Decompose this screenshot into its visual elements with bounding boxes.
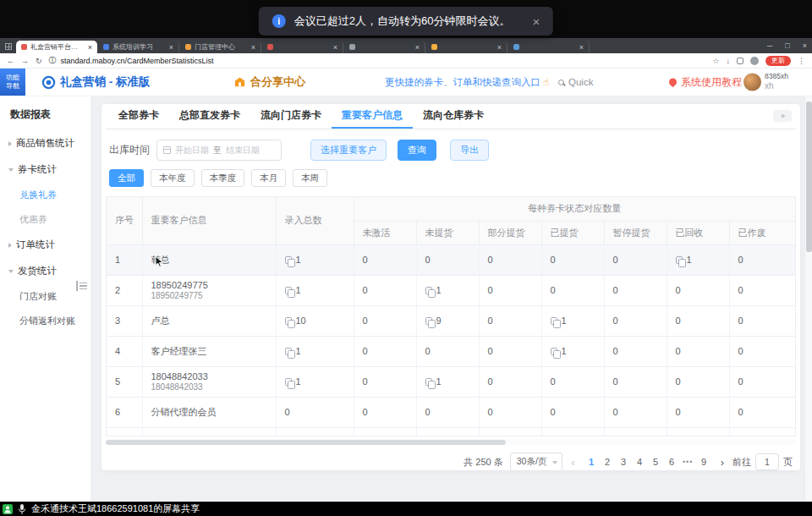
browser-tabbar: 礼盒营销平台管理中心×系统培训学习×门店管理中心××××× ─ □ ×	[0, 38, 812, 53]
toast-close-icon[interactable]: ×	[532, 14, 540, 29]
tutorial-link[interactable]: 系统使用教程	[669, 75, 742, 90]
tab-close-icon[interactable]: ×	[88, 43, 92, 52]
cell-status: 0	[479, 366, 541, 397]
sidebar-item[interactable]: 分销返利对账	[0, 309, 91, 333]
browser-tab[interactable]: 系统培训学习×	[98, 41, 179, 53]
mic-icon	[18, 503, 26, 515]
tab-grid-icon[interactable]	[5, 43, 12, 50]
bookmark-star-icon[interactable]: ☆	[712, 57, 719, 65]
quick-filter-button[interactable]: 本月	[251, 169, 286, 187]
browser-tab[interactable]: ×	[426, 41, 508, 53]
tab-close-icon[interactable]: ×	[251, 43, 255, 52]
refresh-icon[interactable]: ↻	[36, 57, 42, 65]
browser-profile-avatar[interactable]	[750, 57, 759, 65]
vertical-scrollbar[interactable]	[804, 96, 812, 502]
goto-page-input[interactable]	[755, 453, 779, 470]
tab-label: 门店管理中心	[195, 42, 248, 52]
browser-menu-icon[interactable]: ⋮	[798, 57, 805, 65]
browser-tab[interactable]: ×	[262, 41, 343, 53]
page-button[interactable]: 5	[648, 457, 664, 467]
horizontal-scrollbar[interactable]	[106, 439, 796, 445]
cell-customer: 1804884203318048842033	[142, 366, 276, 397]
address-bar-actions: ☆ ↓ 更新 ⋮	[712, 56, 805, 66]
close-icon[interactable]: ×	[803, 41, 807, 50]
tab-item[interactable]: 流向仓库券卡	[413, 104, 494, 129]
tab-close-icon[interactable]: ×	[333, 43, 337, 52]
prev-page-icon[interactable]: ‹	[569, 456, 576, 469]
table-row[interactable]: 1韩总10000010	[107, 244, 795, 275]
table-row[interactable]: 6分销代理的会员00000000	[107, 397, 795, 427]
back-icon[interactable]: ←	[7, 57, 14, 65]
vertical-scroll-thumb[interactable]	[806, 102, 812, 252]
browser-tab[interactable]: ×	[344, 41, 425, 53]
cell-status: 0	[667, 336, 729, 366]
quick-filter-button[interactable]: 本周	[293, 169, 327, 187]
table-row[interactable]: 3卢总100901000	[107, 305, 795, 336]
page-button[interactable]: 9	[696, 457, 712, 467]
browser-update-button[interactable]: 更新	[765, 56, 791, 66]
sidebar-item[interactable]: 优惠券	[0, 207, 91, 232]
tab-close-icon[interactable]: ×	[415, 43, 420, 52]
sidebar-item[interactable]: 订单统计	[0, 232, 91, 258]
page-button[interactable]: 1	[584, 457, 600, 467]
browser-nav: ← → ↻	[7, 57, 42, 65]
search-button[interactable]: 查询	[398, 140, 436, 161]
tab-item[interactable]: 重要客户信息	[332, 104, 413, 129]
extensions-icon[interactable]	[737, 58, 743, 64]
sidebar-item[interactable]: 兑换礼券	[0, 183, 91, 207]
browser-tab[interactable]: 礼盒营销平台管理中心×	[16, 41, 97, 53]
user-avatar[interactable]	[743, 74, 761, 91]
table-row[interactable]: 4客户经理张三10001000	[107, 336, 795, 366]
cell-status: 0	[604, 275, 667, 305]
cell-status: 0	[604, 427, 667, 436]
cell-status: 0	[479, 336, 541, 366]
minimize-icon[interactable]: ─	[767, 41, 772, 50]
sidebar-item[interactable]: 商品销售统计	[0, 130, 91, 156]
share-center-link[interactable]: 合分享中心	[233, 74, 305, 90]
page-button[interactable]: 4	[632, 457, 648, 467]
quick-filter-button[interactable]: 全部	[109, 169, 144, 187]
quick-filter-button[interactable]: 本年度	[151, 169, 195, 187]
cell-status: 0	[667, 366, 729, 397]
tab-close-icon[interactable]: ×	[579, 43, 584, 52]
tab-item[interactable]: 总部直发券卡	[169, 104, 250, 129]
cell-status: 0	[354, 397, 416, 427]
export-button[interactable]: 导出	[450, 140, 489, 161]
cell-status: 0	[541, 275, 604, 305]
table-row[interactable]: 2189502497751895024977510100000	[107, 275, 795, 305]
function-nav-toggle[interactable]: 功能 导航	[0, 69, 25, 96]
main-content: 全部券卡总部直发券卡流向门店券卡重要客户信息流向仓库券卡 » 出库时间 开始日期…	[91, 96, 812, 502]
sidebar-collapse-handle[interactable]	[76, 279, 87, 293]
maximize-icon[interactable]: □	[785, 41, 789, 50]
download-icon[interactable]: ↓	[727, 57, 731, 65]
table-row[interactable]: 7唐总2001801000	[107, 427, 795, 436]
horizontal-scroll-thumb[interactable]	[106, 440, 506, 445]
table-row[interactable]: 5180488420331804884203310100000	[107, 366, 795, 397]
tab-close-icon[interactable]: ×	[169, 43, 173, 52]
page-button[interactable]: 2	[600, 457, 616, 467]
quick-filter-button[interactable]: 本季度	[201, 169, 245, 187]
page-button[interactable]: 6	[664, 457, 680, 467]
date-range-picker[interactable]: 开始日期 至 结束日期	[156, 140, 282, 161]
select-customer-button[interactable]: 选择重要客户	[310, 140, 387, 161]
col-status: 部分提货	[479, 221, 541, 244]
panel-collapse-button[interactable]: »	[773, 110, 792, 122]
tab-item[interactable]: 全部券卡	[108, 104, 169, 129]
page-button[interactable]: 3	[616, 457, 632, 467]
cell-status: 0	[479, 244, 541, 275]
next-page-icon[interactable]: ›	[719, 456, 726, 469]
site-info-icon[interactable]: ⓘ	[49, 55, 57, 66]
forward-icon[interactable]: →	[21, 57, 29, 65]
browser-tab[interactable]: 门店管理中心×	[180, 41, 261, 53]
tab-item[interactable]: 流向门店券卡	[250, 104, 332, 129]
sidebar-item[interactable]: 券卡统计	[0, 156, 91, 183]
screen: i 会议已超过2人，自动转为60分钟限时会议。 × 礼盒营销平台管理中心×系统培…	[0, 0, 812, 516]
cell-status: 1	[541, 336, 604, 366]
quick-entry-promo[interactable]: 更快捷的券卡、订单和快递查询入口	[385, 76, 540, 89]
url-field[interactable]: ⓘ standard.maboy.cn/CardMemberStatistics…	[49, 55, 706, 66]
cell-status: 0	[667, 275, 729, 305]
page-size-select[interactable]: 30条/页	[510, 453, 563, 470]
tab-close-icon[interactable]: ×	[497, 43, 502, 52]
browser-tab[interactable]: ×	[508, 41, 590, 53]
quick-search[interactable]: Quick	[558, 77, 593, 87]
